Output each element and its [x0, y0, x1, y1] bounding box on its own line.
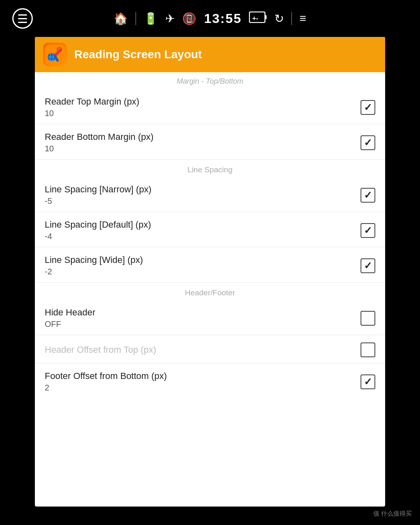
- setting-content-header-offset-top: Header Offset from Top (px): [45, 345, 354, 355]
- refresh-icon: ↻: [274, 12, 284, 25]
- status-time: 13:55: [204, 11, 242, 26]
- checkbox-line-spacing-wide[interactable]: [361, 258, 375, 273]
- battery-icon: 🔋: [144, 12, 158, 25]
- app-card: Reading Screen Layout Margin - Top/Botto…: [35, 37, 385, 507]
- settings-list: Reader Top Margin (px) 10 Reader Bottom …: [35, 89, 385, 398]
- menu-button[interactable]: [12, 8, 33, 29]
- setting-value-line-spacing-wide: -2: [45, 267, 354, 276]
- setting-footer-offset-bottom[interactable]: Footer Offset from Bottom (px) 2: [35, 363, 385, 398]
- setting-label-hide-header: Hide Header: [45, 307, 354, 318]
- setting-label-line-spacing-wide: Line Spacing [Wide] (px): [45, 255, 354, 265]
- divider-1: [135, 12, 136, 25]
- setting-label-line-spacing-default: Line Spacing [Default] (px): [45, 219, 354, 230]
- setting-reader-top-margin[interactable]: Reader Top Margin (px) 10: [35, 89, 385, 124]
- checkbox-footer-offset-bottom[interactable]: [361, 374, 375, 389]
- setting-value-hide-header: OFF: [45, 320, 354, 329]
- checkbox-line-spacing-narrow[interactable]: [361, 188, 375, 203]
- setting-label-header-offset-top: Header Offset from Top (px): [45, 345, 354, 355]
- setting-value-footer-offset-bottom: 2: [45, 383, 354, 393]
- checkbox-line-spacing-default[interactable]: [361, 223, 375, 238]
- hamburger-icon: [18, 14, 27, 23]
- airplane-icon: ✈: [165, 12, 175, 25]
- setting-label-reader-top-margin: Reader Top Margin (px): [45, 96, 354, 107]
- setting-reader-bottom-margin[interactable]: Reader Bottom Margin (px) 10: [35, 124, 385, 160]
- app-icon: [43, 43, 67, 66]
- svg-text:+-: +-: [252, 15, 258, 22]
- checkbox-header-offset-top[interactable]: [361, 342, 375, 357]
- checkbox-hide-header[interactable]: [361, 311, 375, 326]
- setting-content-hide-header: Hide Header OFF: [45, 307, 354, 329]
- setting-value-line-spacing-narrow: -5: [45, 196, 354, 206]
- status-bar-inner: 🏠 🔋 ✈ 📵 13:55 +- ↻ ≡: [114, 11, 306, 26]
- app-title: Reading Screen Layout: [74, 48, 202, 61]
- setting-label-footer-offset-bottom: Footer Offset from Bottom (px): [45, 371, 354, 381]
- home-icon: 🏠: [114, 12, 128, 25]
- status-bar: 🏠 🔋 ✈ 📵 13:55 +- ↻ ≡: [0, 0, 420, 37]
- list-icon: ≡: [299, 12, 306, 25]
- setting-value-reader-top-margin: 10: [45, 109, 354, 118]
- svg-rect-1: [265, 15, 267, 19]
- setting-line-spacing-narrow[interactable]: Line Spacing [Narrow] (px) -5: [35, 177, 385, 212]
- battery-adjust-icon: +-: [249, 11, 267, 26]
- watermark-text: 值 什么值得买: [373, 510, 412, 517]
- app-header: Reading Screen Layout: [35, 37, 385, 72]
- setting-label-line-spacing-narrow: Line Spacing [Narrow] (px): [45, 184, 354, 195]
- setting-content-footer-offset-bottom: Footer Offset from Bottom (px) 2: [45, 371, 354, 393]
- divider-2: [291, 12, 292, 25]
- checkbox-reader-bottom-margin[interactable]: [361, 135, 375, 150]
- section-header-line-spacing: Line Spacing: [35, 160, 385, 177]
- section-header-header-footer: Header/Footer: [35, 283, 385, 300]
- setting-content-line-spacing-narrow: Line Spacing [Narrow] (px) -5: [45, 184, 354, 206]
- signal-off-icon: 📵: [182, 12, 196, 25]
- setting-hide-header[interactable]: Hide Header OFF: [35, 300, 385, 335]
- setting-content-reader-bottom-margin: Reader Bottom Margin (px) 10: [45, 132, 354, 153]
- section-partial-label: Margin - Top/Bottom: [35, 72, 385, 89]
- setting-content-reader-top-margin: Reader Top Margin (px) 10: [45, 96, 354, 118]
- setting-content-line-spacing-wide: Line Spacing [Wide] (px) -2: [45, 255, 354, 276]
- checkbox-reader-top-margin[interactable]: [361, 100, 375, 115]
- setting-value-line-spacing-default: -4: [45, 232, 354, 241]
- setting-content-line-spacing-default: Line Spacing [Default] (px) -4: [45, 219, 354, 241]
- setting-header-offset-top[interactable]: Header Offset from Top (px): [35, 335, 385, 363]
- setting-line-spacing-wide[interactable]: Line Spacing [Wide] (px) -2: [35, 247, 385, 283]
- setting-label-reader-bottom-margin: Reader Bottom Margin (px): [45, 132, 354, 142]
- setting-value-reader-bottom-margin: 10: [45, 144, 354, 153]
- setting-line-spacing-default[interactable]: Line Spacing [Default] (px) -4: [35, 212, 385, 247]
- watermark: 值 什么值得买: [373, 510, 412, 518]
